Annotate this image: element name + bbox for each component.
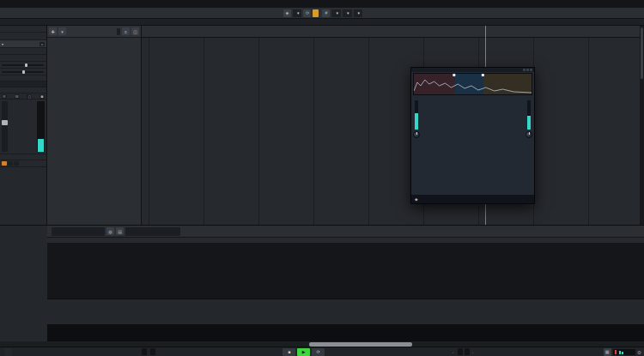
plugin-footer: ◆	[411, 195, 534, 203]
tempo-note-icon: ♩	[471, 350, 476, 354]
track-scale-icon[interactable]: ≡	[122, 27, 130, 35]
automation-mode-select[interactable]: ▾	[293, 9, 302, 17]
editor-ruler[interactable]	[47, 238, 644, 244]
sampler-keyboard[interactable]	[47, 324, 644, 341]
close-button[interactable]	[4, 2, 9, 6]
inserts-indicator[interactable]	[14, 161, 19, 166]
right-locator-field[interactable]	[150, 348, 155, 355]
browse-presets-icon[interactable]: ◍	[106, 227, 114, 235]
project-ruler[interactable]	[142, 26, 640, 38]
window-titlebar	[0, 0, 644, 8]
snap-mode-select[interactable]: ▾	[331, 9, 341, 17]
main-toolbar: ◈ ▾ ⟳ # ▾ ▾ ▾	[0, 8, 644, 19]
stop-button[interactable]: ■	[283, 348, 295, 356]
sends-indicator[interactable]	[8, 161, 13, 166]
input-meter	[413, 99, 420, 191]
output-clip-indicator[interactable]	[2, 161, 7, 166]
add-track-icon[interactable]: ✚	[49, 27, 57, 35]
snap-icon[interactable]: #	[322, 9, 330, 17]
midi-activity-icon: ▦	[604, 348, 611, 356]
edit-channel-icon[interactable]: e	[39, 42, 45, 46]
lower-zone: ◍ ▤	[0, 225, 644, 347]
steinberg-logo-icon: ◆	[415, 197, 418, 202]
tempo-display[interactable]	[465, 348, 470, 355]
sampler-control	[47, 299, 644, 324]
track-filter-icon[interactable]: ▾	[58, 27, 66, 35]
mono-button[interactable]: ◻	[27, 94, 32, 99]
audio-activity-meter	[613, 349, 635, 355]
fader-handle[interactable]	[2, 101, 8, 152]
zoom-button[interactable]	[18, 2, 22, 6]
spectrum-display[interactable]	[413, 73, 532, 95]
track-list: ✚ ▾ ≡ ◫	[47, 26, 142, 225]
chevron-down-icon: ▾	[336, 10, 338, 15]
cycle-button[interactable]: ⟳	[312, 348, 325, 356]
status-line	[0, 19, 644, 26]
play-button[interactable]: ▶	[297, 348, 310, 356]
track-grid-icon[interactable]: ◫	[131, 27, 139, 35]
editor-toolbar: ◍ ▤	[47, 226, 644, 238]
plugin-header[interactable]	[411, 68, 534, 72]
channel-fader	[0, 100, 46, 154]
waveform-display[interactable]	[47, 244, 644, 299]
quantize-mode-select[interactable]: ▾	[343, 9, 352, 17]
warning-badge[interactable]	[313, 9, 319, 17]
output-meter	[526, 99, 532, 191]
track-zoom-value[interactable]	[117, 28, 120, 35]
volume-slider[interactable]	[2, 64, 44, 66]
minimize-button[interactable]	[11, 2, 15, 6]
level-meter	[37, 101, 45, 152]
reset-icon[interactable]: ⟳	[303, 9, 311, 17]
write-automation-button[interactable]: W	[15, 94, 20, 99]
speaker-icon[interactable]: ◈	[283, 9, 291, 17]
pan-slider[interactable]	[2, 71, 44, 73]
chevron-down-icon: ▾	[358, 10, 361, 15]
auto-quantize-button[interactable]	[4, 348, 12, 356]
transport-setup-icon[interactable]: ⚙	[637, 349, 641, 355]
position-display[interactable]	[458, 348, 463, 355]
transport-bar: ■ ▶ ⟳ ♩ ♩ ▦ ⚙	[0, 347, 644, 356]
left-locator-field[interactable]	[142, 348, 147, 355]
output-gain-knob[interactable]	[526, 131, 532, 138]
listen-button[interactable]: ◼	[39, 94, 45, 99]
project-zone: ▾e RW◻◼ ✚ ▾ ≡	[0, 26, 644, 225]
track-list-header: ✚ ▾ ≡ ◫	[47, 26, 141, 38]
chevron-down-icon: ▾	[347, 10, 349, 15]
vertical-scrollbar[interactable]	[640, 26, 644, 225]
read-automation-button[interactable]: R	[2, 94, 7, 99]
quarter-note-icon: ♩	[453, 350, 457, 354]
cubase-window: ◈ ▾ ⟳ # ▾ ▾ ▾ ▾e RW◻◼	[0, 0, 644, 356]
input-gain-knob[interactable]	[413, 131, 420, 138]
frequency-scale	[411, 95, 534, 99]
file-name-field	[125, 227, 180, 236]
inspector-panel: ▾e RW◻◼	[0, 26, 47, 225]
event-display	[142, 26, 640, 225]
plugin-window-squasher: ◆	[410, 67, 535, 204]
grid-value-select[interactable]: ▾	[354, 9, 363, 17]
chevron-down-icon: ▾	[297, 10, 300, 15]
preset-name-field[interactable]	[52, 227, 105, 236]
folder-icon[interactable]: ▤	[116, 227, 124, 235]
chevron-down-icon: ▾	[2, 42, 3, 46]
